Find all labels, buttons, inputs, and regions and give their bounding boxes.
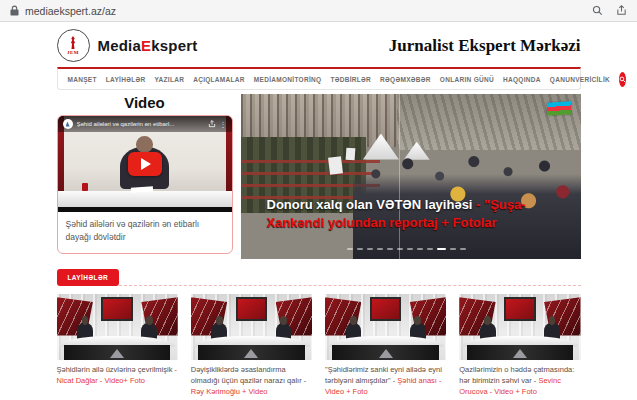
nav-item-qanunvericilik[interactable]: QANUNVERİCİLİK bbox=[550, 76, 610, 83]
slider-dash[interactable] bbox=[377, 248, 383, 250]
share-icon[interactable] bbox=[616, 5, 627, 16]
video-card: Şəhid ailələri və qazilərin ən etibarl..… bbox=[57, 115, 233, 254]
nav-item-aciqlamalar[interactable]: AÇIQLAMALAR bbox=[193, 76, 245, 83]
nav-item-reqemxeber[interactable]: RƏQƏMXƏBƏR bbox=[380, 76, 431, 83]
nav-item-onlarin-gunu[interactable]: ONLARIN GÜNÜ bbox=[440, 76, 494, 83]
red-mug bbox=[82, 183, 88, 191]
slider-dash[interactable] bbox=[460, 248, 466, 250]
studio-desk bbox=[58, 191, 232, 207]
browser-address-bar: mediaekspert.az/az bbox=[0, 0, 637, 22]
studio-screen bbox=[101, 297, 133, 321]
logo-acronym: JEM bbox=[67, 50, 79, 55]
studio-screen bbox=[236, 297, 268, 321]
nav-item-tedbirler[interactable]: TƏDBİRLƏR bbox=[330, 76, 371, 83]
card-thumbnail[interactable] bbox=[325, 294, 446, 360]
studio-screen bbox=[370, 297, 402, 321]
card-thumbnail[interactable] bbox=[459, 294, 580, 360]
url-text[interactable]: mediaekspert.az/az bbox=[25, 5, 116, 17]
site-header: JEM MediaEkspert Jurnalist Ekspert Mərkə… bbox=[57, 22, 581, 67]
player-share-icon[interactable] bbox=[208, 120, 216, 128]
slider-dash[interactable] bbox=[427, 248, 433, 250]
card-caption[interactable]: Dəyişikliklərdə əsaslandırma olmadığı üç… bbox=[191, 365, 312, 398]
card-thumbnail[interactable] bbox=[57, 294, 178, 360]
video-heading: Video bbox=[57, 94, 233, 111]
slider-dash[interactable] bbox=[417, 248, 423, 250]
slider-dash[interactable] bbox=[387, 248, 393, 250]
desk-front bbox=[332, 345, 439, 360]
site-title: Jurnalist Ekspert Mərkəzi bbox=[389, 36, 581, 56]
search-icon bbox=[619, 76, 626, 83]
video-caption[interactable]: Şəhid ailələri və qazilərin ən etibarlı … bbox=[58, 212, 232, 253]
logo-emblem-icon: JEM bbox=[57, 29, 90, 62]
kebab-menu-icon[interactable]: ⋮ bbox=[220, 121, 227, 128]
project-card[interactable]: Şəhidlərin ailə üzvlərinə çevrilmişik - … bbox=[57, 294, 178, 398]
zoom-icon[interactable] bbox=[592, 5, 603, 16]
card-caption[interactable]: Şəhidlərin ailə üzvlərinə çevrilmişik - … bbox=[57, 365, 178, 387]
studio-screen bbox=[504, 297, 536, 321]
slider-indicators bbox=[347, 248, 466, 250]
projects-section: LAYİHƏLƏR Şəhidlərin ailə üzvlərinə çevr… bbox=[57, 269, 581, 398]
brand-name[interactable]: MediaEkspert bbox=[98, 37, 198, 54]
project-card[interactable]: Dəyişikliklərdə əsaslandırma olmadığı üç… bbox=[191, 294, 312, 398]
featured-title[interactable]: Donoru xalq olan VƏTƏN layihəsi - "Şuşa-… bbox=[267, 196, 575, 231]
player-title-bar: Şəhid ailələri və qazilərin ən etibarl..… bbox=[58, 116, 232, 132]
search-button[interactable] bbox=[619, 72, 626, 87]
section-divider bbox=[119, 285, 580, 286]
site-logo[interactable]: JEM MediaEkspert bbox=[57, 29, 198, 62]
play-icon bbox=[141, 158, 151, 170]
flame-icon bbox=[70, 36, 77, 49]
channel-avatar[interactable] bbox=[63, 119, 73, 129]
player-video-title[interactable]: Şəhid ailələri və qazilərin ən etibarl..… bbox=[77, 121, 204, 127]
url-group[interactable]: mediaekspert.az/az bbox=[10, 2, 116, 20]
youtube-play-button[interactable] bbox=[128, 152, 162, 176]
featured-slide[interactable]: Donoru xalq olan VƏTƏN layihəsi - "Şuşa-… bbox=[241, 94, 581, 259]
desk-front bbox=[467, 345, 574, 360]
slider-dash[interactable] bbox=[357, 248, 363, 250]
card-caption[interactable]: Qazilərimizin o həddə çatmasında: hər bi… bbox=[459, 365, 580, 398]
video-section: Video Şəhid ailələri və qazilərin ən eti… bbox=[57, 94, 233, 254]
slider-dash[interactable] bbox=[367, 248, 373, 250]
slider-dash[interactable] bbox=[397, 248, 403, 250]
slider-dash-active[interactable] bbox=[437, 248, 446, 250]
card-caption[interactable]: "Şəhidlərimiz sanki eyni ailədə eyni tər… bbox=[325, 365, 446, 398]
nav-item-manset[interactable]: MANŞET bbox=[68, 76, 97, 83]
project-card[interactable]: Qazilərimizin o həddə çatmasında: hər bi… bbox=[459, 294, 580, 398]
nav-item-haqqinda[interactable]: HAQQINDA bbox=[503, 76, 541, 83]
player-control-bar[interactable] bbox=[58, 207, 232, 212]
protest-sign bbox=[328, 156, 343, 174]
nav-item-mediamonitorinq[interactable]: MEDİAMONİTORİNQ bbox=[254, 76, 322, 83]
slider-dash[interactable] bbox=[407, 248, 413, 250]
slider-dash[interactable] bbox=[450, 248, 456, 250]
video-player[interactable]: Şəhid ailələri və qazilərin ən etibarl..… bbox=[58, 116, 232, 212]
azerbaijan-flag bbox=[547, 101, 571, 116]
desk-front bbox=[64, 345, 171, 360]
project-card[interactable]: "Şəhidlərimiz sanki eyni ailədə eyni tər… bbox=[325, 294, 446, 398]
desk-front bbox=[198, 345, 305, 360]
photo-seam bbox=[399, 94, 400, 259]
main-nav: MANŞET LAYİHƏLƏR YAZILAR AÇIQLAMALAR MED… bbox=[57, 67, 581, 90]
projects-cards: Şəhidlərin ailə üzvlərinə çevrilmişik - … bbox=[57, 294, 581, 398]
nav-item-yazilar[interactable]: YAZILAR bbox=[154, 76, 184, 83]
page: JEM MediaEkspert Jurnalist Ekspert Mərkə… bbox=[0, 22, 637, 400]
projects-badge[interactable]: LAYİHƏLƏR bbox=[57, 269, 120, 286]
slider-dash[interactable] bbox=[347, 248, 353, 250]
nav-item-layiheler[interactable]: LAYİHƏLƏR bbox=[106, 76, 146, 83]
lock-icon bbox=[10, 2, 19, 20]
card-thumbnail[interactable] bbox=[191, 294, 312, 360]
